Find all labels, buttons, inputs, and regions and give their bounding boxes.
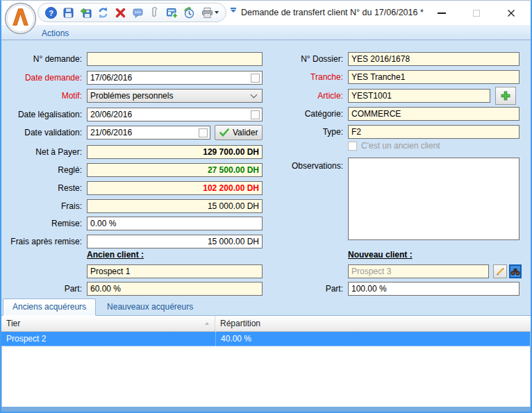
date-demande-label: Date demande: [6,73,82,83]
minimize-button[interactable] [431,6,453,20]
remise-field[interactable] [87,217,263,230]
check-icon [219,128,229,137]
frais-apres-remise-field [87,235,263,248]
app-logo-icon[interactable] [4,2,37,35]
binoculars-icon [510,268,520,276]
ancien-client-field [87,264,263,278]
menu-bar: Actions [1,25,531,40]
column-header-repartition[interactable]: Répartition [215,316,531,331]
row-ancien-client [87,264,263,278]
tranche-field[interactable] [348,70,519,84]
print-dropdown-caret[interactable] [215,11,219,14]
date-legalisation-field[interactable]: 20/06/2016 [87,108,263,121]
search-client-button[interactable] [509,264,522,278]
row-article: Article: [274,89,519,103]
attachment-icon[interactable] [147,5,163,21]
net-a-payer-field [87,145,263,159]
nouveau-client-field [348,264,489,278]
table-row-selected[interactable]: Prospect 2 40.00 % [1,332,530,346]
chevron-down-icon [251,91,258,98]
motif-dropdown[interactable]: Problémes personnels [87,89,263,103]
pencil-icon [495,267,505,276]
maximize-button [465,6,488,20]
history-icon[interactable] [182,5,197,21]
refresh-icon[interactable] [96,5,111,21]
quick-access-toolbar: ? [38,3,226,22]
row-regle: Reglé: [6,163,263,177]
print-icon[interactable] [199,5,220,21]
row-motif: Motif: Problémes personnels [6,89,263,103]
num-demande-field[interactable] [87,52,263,66]
article-label: Article: [274,91,343,101]
date-validation-checkbox[interactable] [199,128,208,137]
tab-neauveaux-acquereurs[interactable]: Neauveaux acquéreurs [98,299,202,315]
add-article-button[interactable] [495,87,516,105]
menu-actions[interactable]: Actions [38,27,73,40]
tab-strip: Anciens acquéreurs Neauveaux acquéreurs [1,300,531,316]
tranche-label: Tranche: [274,72,343,82]
frais-label: Frais: [6,201,82,211]
save-as-icon[interactable] [78,5,94,21]
row-nouveau-part: Part: [274,282,519,296]
frais-apres-remise-label: Frais après remise: [6,237,82,246]
categorie-field[interactable] [348,107,519,121]
grid-header: Tier Répartition [1,316,531,332]
tab-anciens-acquereurs[interactable]: Anciens acquéreurs [3,298,96,316]
regle-field [87,163,263,177]
comment-icon[interactable] [130,5,145,21]
row-frais-apres-remise: Frais après remise: [6,235,263,248]
type-label: Type: [274,127,343,137]
delete-icon[interactable] [113,5,128,21]
date-validation-field[interactable]: 21/06/2016 [87,126,210,140]
date-demande-checkbox[interactable] [251,74,260,83]
valider-button[interactable]: Valider [215,125,263,140]
window-title: Demande de transfert client N° du 17/06/… [241,8,424,17]
date-validation-label: Date validation: [6,128,82,137]
ancien-client-heading: Ancien client : [87,250,144,260]
reste-field [87,181,263,195]
toolbar-overflow-button[interactable] [231,8,236,12]
ancien-part-field [87,282,263,296]
date-legalisation-label: Date légalisation: [6,110,82,119]
sort-ascending-icon [205,322,209,325]
frais-field [87,199,263,213]
ancien-part-label: Part: [6,284,82,294]
help-icon[interactable]: ? [44,5,59,21]
num-demande-label: N° demande: [6,54,82,64]
observations-field[interactable] [348,158,519,240]
add-record-icon[interactable] [165,5,180,21]
cell-repartition: 40.00 % [215,332,530,346]
motif-label: Motif: [6,91,82,101]
close-button[interactable] [500,6,522,20]
num-dossier-label: N° Dossier: [274,54,343,64]
ancien-client-checkbox [348,142,357,151]
row-tranche: Tranche: [274,70,519,84]
ancien-client-checkbox-row: C'est un ancien client [348,141,440,151]
row-observations-label: Observations: [274,159,343,173]
plus-icon [499,90,512,102]
row-date-legalisation: Date légalisation: 20/06/2016 [6,108,263,121]
remise-label: Remise: [6,219,82,228]
row-date-demande: Date demande: 17/06/2016 [6,71,263,85]
observations-label: Observations: [274,161,343,171]
article-field[interactable] [348,89,490,103]
nouveau-part-label: Part: [274,284,343,294]
type-field[interactable] [348,125,519,139]
row-nouveau-client [348,264,519,278]
row-net-a-payer: Net à Payer: [6,145,263,159]
num-dossier-field[interactable] [348,52,519,66]
date-legalisation-checkbox[interactable] [251,110,260,119]
nouveau-part-field[interactable] [348,282,519,296]
app-window: ? Demande de transfert client N° du 17/0… [0,0,532,413]
reste-label: Reste: [6,183,82,193]
save-icon[interactable] [61,5,76,21]
row-num-dossier: N° Dossier: [274,52,519,66]
cell-tier: Prospect 2 [1,332,215,346]
edit-client-button[interactable] [493,264,507,278]
ancien-client-checkbox-label: C'est un ancien client [361,141,440,151]
title-bar: ? Demande de transfert client N° du 17/0… [1,1,531,25]
column-header-tier[interactable]: Tier [1,316,215,331]
date-demande-field[interactable]: 17/06/2016 [87,71,263,85]
row-ancien-part: Part: [6,282,263,296]
row-reste: Reste: [6,181,263,195]
